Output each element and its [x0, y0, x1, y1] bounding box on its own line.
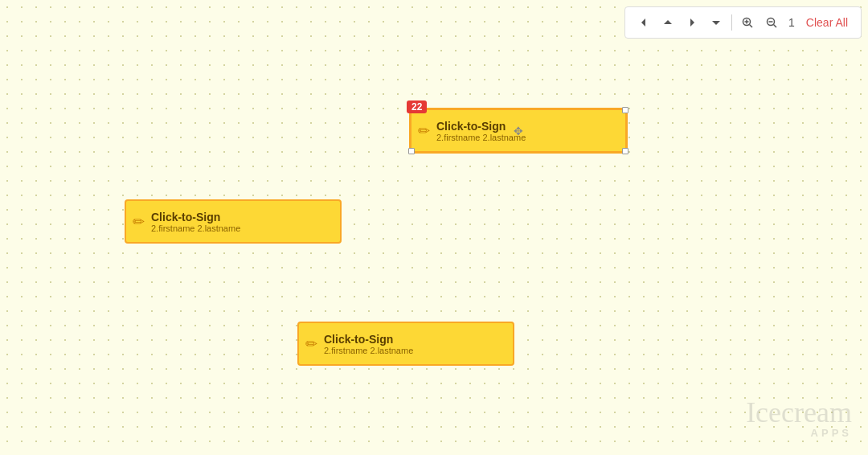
- sign-field-0[interactable]: 22✏Click-to-Sign2.firstname 2.lastname✥: [410, 109, 627, 153]
- pencil-icon: ✏: [305, 335, 317, 353]
- pencil-icon: ✏: [418, 122, 430, 140]
- sign-field-text-0: Click-to-Sign2.firstname 2.lastname: [436, 120, 526, 142]
- sign-field-1[interactable]: ✏Click-to-Sign2.firstname 2.lastname: [125, 199, 342, 244]
- zoom-in-button[interactable]: [737, 14, 758, 31]
- sign-field-title-1: Click-to-Sign: [151, 211, 240, 223]
- nav-right-button[interactable]: [682, 14, 702, 31]
- sign-field-subtitle-1: 2.firstname 2.lastname: [151, 223, 240, 233]
- toolbar: 1 Clear All: [624, 6, 862, 39]
- toolbar-divider-1: [731, 14, 732, 31]
- field-badge-0: 22: [407, 100, 427, 113]
- sign-field-title-2: Click-to-Sign: [324, 333, 413, 346]
- clear-all-button[interactable]: Clear All: [801, 14, 853, 31]
- resize-handle-bl[interactable]: [408, 148, 415, 154]
- resize-handle-tr[interactable]: [622, 107, 628, 113]
- sign-field-2[interactable]: ✏Click-to-Sign2.firstname 2.lastname: [297, 322, 514, 366]
- resize-handle-br[interactable]: [622, 148, 628, 154]
- sign-field-text-2: Click-to-Sign2.firstname 2.lastname: [324, 333, 413, 355]
- sign-field-title-0: Click-to-Sign: [436, 120, 526, 133]
- pencil-icon: ✏: [133, 213, 145, 231]
- nav-up-button[interactable]: [657, 14, 678, 31]
- svg-line-5: [773, 25, 776, 28]
- sign-field-text-1: Click-to-Sign2.firstname 2.lastname: [151, 211, 240, 233]
- sign-field-subtitle-0: 2.firstname 2.lastname: [436, 133, 526, 142]
- svg-line-1: [749, 25, 752, 28]
- nav-left-button[interactable]: [633, 14, 654, 31]
- page-number: 1: [785, 16, 798, 29]
- sign-field-subtitle-2: 2.firstname 2.lastname: [324, 346, 413, 355]
- zoom-out-button[interactable]: [761, 14, 782, 31]
- nav-down-button[interactable]: [706, 14, 727, 31]
